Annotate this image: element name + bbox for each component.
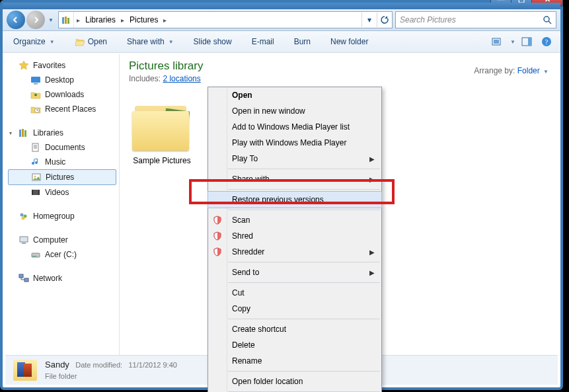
chevron-right-icon: ▶	[369, 176, 375, 183]
svg-point-26	[20, 214, 24, 217]
shield-icon	[212, 231, 223, 241]
menu-item-share-with[interactable]: Share with▶	[208, 171, 381, 187]
drive-icon	[30, 249, 41, 260]
email-button[interactable]: E-mail	[247, 34, 280, 49]
menu-item-cut[interactable]: Cut	[208, 285, 381, 301]
menu-item-shredder[interactable]: Shredder▶	[208, 244, 381, 260]
computer-icon	[19, 235, 29, 245]
menu-item-label: Copy	[232, 304, 250, 313]
star-icon	[19, 60, 29, 71]
sidebar-item-music[interactable]: Music	[5, 155, 119, 169]
menu-item-label: Create shortcut	[232, 325, 286, 334]
svg-rect-0	[62, 17, 64, 24]
help-icon: ?	[541, 36, 552, 47]
collapse-icon[interactable]: ▾	[9, 130, 12, 136]
svg-rect-6	[494, 40, 499, 44]
includes-link[interactable]: 2 locations	[163, 74, 200, 83]
menu-item-label: Rename	[232, 356, 262, 366]
chevron-right-icon[interactable]: ▸	[118, 17, 127, 24]
forward-button[interactable]	[26, 11, 45, 29]
burn-button[interactable]: Burn	[289, 34, 316, 49]
homegroup-icon	[19, 211, 29, 221]
folder-icon	[132, 103, 192, 151]
computer-header[interactable]: Computer	[5, 233, 119, 247]
navigation-bar: ▼ ▸ Libraries ▸ Pictures ▸ ▾ Search Pict…	[3, 9, 560, 31]
help-button[interactable]: ?	[538, 34, 555, 50]
menu-item-send-to[interactable]: Send to▶	[208, 264, 381, 280]
chevron-right-icon: ▶	[369, 155, 375, 163]
menu-item-add-to-windows-media-player-list[interactable]: Add to Windows Media Player list	[208, 119, 381, 135]
menu-item-open-in-new-window[interactable]: Open in new window	[208, 103, 381, 119]
slideshow-button[interactable]: Slide show	[188, 34, 237, 49]
homegroup-group: Homegroup	[5, 209, 119, 223]
search-placeholder: Search Pictures	[400, 15, 456, 24]
svg-rect-15	[22, 129, 24, 137]
svg-rect-24	[32, 190, 33, 195]
chevron-down-icon: ▼	[543, 69, 549, 75]
view-options-button[interactable]	[489, 34, 506, 50]
menu-item-open[interactable]: Open	[208, 87, 381, 103]
details-folder-icon	[13, 360, 37, 381]
folder-sample-pictures[interactable]: Sample Pictures	[129, 103, 195, 165]
chevron-down-icon: ▼	[50, 39, 55, 45]
sidebar-item-recent-places[interactable]: Recent Places	[5, 102, 119, 116]
menu-item-restore-previous-versions[interactable]: Restore previous versions	[208, 191, 382, 208]
menu-item-rename[interactable]: Rename	[208, 353, 381, 369]
open-button[interactable]: Open	[69, 34, 112, 49]
arrow-right-icon	[32, 16, 40, 24]
chevron-right-icon[interactable]: ▸	[74, 17, 83, 24]
sidebar-item-videos[interactable]: Videos	[5, 185, 119, 200]
breadcrumb-pictures[interactable]: Pictures	[127, 12, 161, 28]
new-folder-button[interactable]: New folder	[325, 34, 373, 49]
menu-item-play-with-windows-media-player[interactable]: Play with Windows Media Player	[208, 135, 381, 151]
menu-item-copy[interactable]: Copy	[208, 301, 381, 317]
menu-divider	[228, 210, 380, 210]
search-input[interactable]: Search Pictures	[395, 11, 556, 28]
history-dropdown[interactable]: ▼	[46, 13, 56, 26]
favorites-header[interactable]: Favorites	[5, 58, 119, 73]
menu-item-scan[interactable]: Scan	[208, 212, 381, 228]
music-icon	[30, 157, 41, 167]
view-icon	[492, 37, 504, 46]
menu-item-create-shortcut[interactable]: Create shortcut	[208, 321, 381, 337]
svg-rect-8	[528, 38, 531, 46]
sidebar-item-pictures[interactable]: Pictures	[8, 169, 116, 185]
videos-icon	[30, 187, 41, 198]
chevron-down-icon: ▼	[169, 39, 174, 45]
sidebar-item-drive-c[interactable]: Acer (C:)	[5, 247, 119, 262]
refresh-icon	[380, 15, 389, 24]
preview-pane-button[interactable]	[518, 34, 535, 50]
folder-open-icon	[75, 37, 85, 46]
sidebar-item-desktop[interactable]: Desktop	[5, 73, 119, 87]
chevron-right-icon[interactable]: ▸	[161, 17, 169, 24]
organize-button[interactable]: Organize▼	[8, 34, 60, 49]
menu-divider	[228, 319, 380, 319]
share-with-button[interactable]: Share with▼	[122, 34, 179, 49]
address-dropdown[interactable]: ▾	[361, 13, 377, 27]
pictures-icon	[31, 172, 42, 182]
chevron-right-icon: ▶	[369, 269, 375, 276]
downloads-icon	[30, 89, 41, 100]
menu-item-open-folder-location[interactable]: Open folder location	[208, 373, 381, 389]
menu-item-label: Cut	[232, 288, 245, 297]
address-bar[interactable]: ▸ Libraries ▸ Pictures ▸ ▾	[58, 11, 393, 28]
menu-item-shred[interactable]: Shred	[208, 228, 381, 244]
refresh-button[interactable]	[377, 13, 392, 27]
arrange-by[interactable]: Arrange by: Folder ▼	[474, 66, 549, 75]
shield-icon	[212, 247, 223, 257]
network-header[interactable]: Network	[5, 271, 119, 286]
svg-point-28	[22, 217, 25, 220]
back-button[interactable]	[7, 11, 25, 29]
title-bar[interactable]	[3, 3, 560, 9]
menu-item-play-to[interactable]: Play To▶	[208, 151, 381, 167]
homegroup-header[interactable]: Homegroup	[5, 209, 119, 223]
chevron-down-icon[interactable]: ▼	[510, 39, 515, 45]
sidebar-item-documents[interactable]: Documents	[5, 140, 119, 155]
libraries-header[interactable]: ▾ Libraries	[5, 126, 119, 140]
breadcrumb-libraries[interactable]: Libraries	[83, 12, 118, 28]
menu-item-label: Open in new window	[232, 106, 305, 116]
sidebar-item-downloads[interactable]: Downloads	[5, 87, 119, 102]
menu-item-delete[interactable]: Delete	[208, 337, 381, 353]
menu-item-label: Open folder location	[232, 377, 303, 386]
navigation-pane[interactable]: Favorites Desktop Downloads Recent Place…	[5, 54, 120, 356]
